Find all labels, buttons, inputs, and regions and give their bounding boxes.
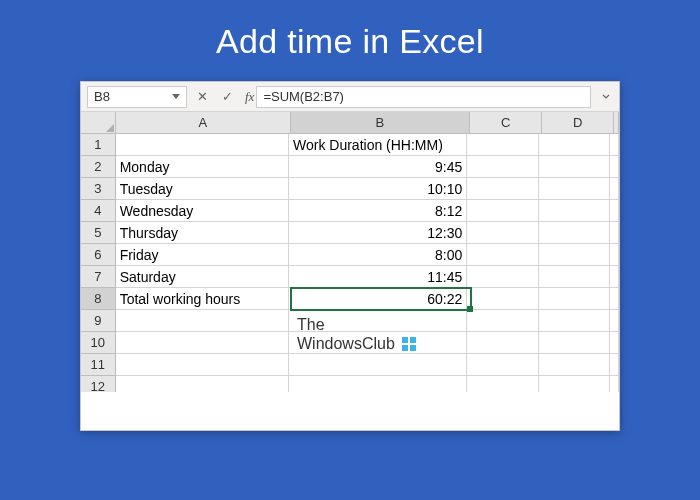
fx-icon[interactable]: fx (243, 89, 256, 105)
cell-A8[interactable]: Total working hours (116, 288, 289, 310)
cell-A2[interactable]: Monday (116, 156, 289, 178)
page-title: Add time in Excel (216, 0, 484, 81)
cancel-icon[interactable]: ✕ (193, 89, 212, 104)
cell-B12[interactable] (289, 376, 467, 392)
row-header-4[interactable]: 4 (81, 200, 116, 222)
cell-E12[interactable] (610, 376, 619, 392)
spreadsheet-grid: A B C D 1 Work Duration (HH:MM) 2 Monday… (81, 112, 619, 430)
table-row: 6 Friday 8:00 (81, 244, 619, 266)
cell-B9[interactable] (289, 310, 467, 332)
cell-E11[interactable] (610, 354, 619, 376)
cell-B6[interactable]: 8:00 (289, 244, 467, 266)
cell-D5[interactable] (539, 222, 610, 244)
cell-E10[interactable] (610, 332, 619, 354)
formula-text: =SUM(B2:B7) (263, 89, 344, 104)
cell-C3[interactable] (467, 178, 538, 200)
cell-C5[interactable] (467, 222, 538, 244)
row-header-8[interactable]: 8 (81, 288, 116, 310)
grid-body: 1 Work Duration (HH:MM) 2 Monday 9:45 3 … (81, 134, 619, 430)
cell-C4[interactable] (467, 200, 538, 222)
cell-C1[interactable] (467, 134, 538, 156)
cell-A9[interactable] (116, 310, 289, 332)
formula-bar-row: B8 ✕ ✓ fx =SUM(B2:B7) (81, 82, 619, 112)
cell-E8[interactable] (610, 288, 619, 310)
chevron-down-icon[interactable] (172, 94, 180, 99)
cell-A12[interactable] (116, 376, 289, 392)
row-header-9[interactable]: 9 (81, 310, 116, 332)
cell-D7[interactable] (539, 266, 610, 288)
cell-B1[interactable]: Work Duration (HH:MM) (289, 134, 467, 156)
expand-formula-bar-icon[interactable] (597, 86, 615, 108)
cell-B7[interactable]: 11:45 (289, 266, 467, 288)
cell-D10[interactable] (539, 332, 610, 354)
cell-C7[interactable] (467, 266, 538, 288)
row-header-1[interactable]: 1 (81, 134, 116, 156)
cell-B2[interactable]: 9:45 (289, 156, 467, 178)
cell-B10[interactable] (289, 332, 467, 354)
cell-C10[interactable] (467, 332, 538, 354)
cell-E6[interactable] (610, 244, 619, 266)
cell-D6[interactable] (539, 244, 610, 266)
cell-A10[interactable] (116, 332, 289, 354)
table-row: 3 Tuesday 10:10 (81, 178, 619, 200)
col-header-partial[interactable] (614, 112, 619, 134)
col-header-D[interactable]: D (542, 112, 614, 134)
row-header-10[interactable]: 10 (81, 332, 116, 354)
row-header-7[interactable]: 7 (81, 266, 116, 288)
cell-E3[interactable] (610, 178, 619, 200)
cell-A4[interactable]: Wednesday (116, 200, 289, 222)
table-row: 1 Work Duration (HH:MM) (81, 134, 619, 156)
cell-A5[interactable]: Thursday (116, 222, 289, 244)
cell-E1[interactable] (610, 134, 619, 156)
enter-icon[interactable]: ✓ (218, 89, 237, 104)
table-row: 11 (81, 354, 619, 376)
cell-B4[interactable]: 8:12 (289, 200, 467, 222)
row-header-11[interactable]: 11 (81, 354, 116, 376)
cell-C8[interactable] (467, 288, 538, 310)
cell-A11[interactable] (116, 354, 289, 376)
table-row: 9 (81, 310, 619, 332)
cell-B3[interactable]: 10:10 (289, 178, 467, 200)
row-header-6[interactable]: 6 (81, 244, 116, 266)
col-header-A[interactable]: A (116, 112, 291, 134)
cell-C12[interactable] (467, 376, 538, 392)
cell-C6[interactable] (467, 244, 538, 266)
cell-E9[interactable] (610, 310, 619, 332)
row-header-2[interactable]: 2 (81, 156, 116, 178)
name-box[interactable]: B8 (87, 86, 187, 108)
formula-bar[interactable]: =SUM(B2:B7) (256, 86, 591, 108)
cell-A3[interactable]: Tuesday (116, 178, 289, 200)
cell-B8[interactable]: 60:22 (289, 288, 467, 310)
cell-A6[interactable]: Friday (116, 244, 289, 266)
cell-A1[interactable] (116, 134, 289, 156)
table-row: 8 Total working hours 60:22 (81, 288, 619, 310)
row-header-3[interactable]: 3 (81, 178, 116, 200)
cell-C2[interactable] (467, 156, 538, 178)
select-all-cell[interactable] (81, 112, 116, 134)
cell-C9[interactable] (467, 310, 538, 332)
cell-E2[interactable] (610, 156, 619, 178)
cell-C11[interactable] (467, 354, 538, 376)
cell-D3[interactable] (539, 178, 610, 200)
cell-E5[interactable] (610, 222, 619, 244)
table-row: 4 Wednesday 8:12 (81, 200, 619, 222)
col-header-C[interactable]: C (470, 112, 542, 134)
table-row: 10 (81, 332, 619, 354)
cell-D1[interactable] (539, 134, 610, 156)
cell-D4[interactable] (539, 200, 610, 222)
cell-B5[interactable]: 12:30 (289, 222, 467, 244)
col-header-B[interactable]: B (291, 112, 471, 134)
table-row: 12 (81, 376, 619, 392)
cell-A7[interactable]: Saturday (116, 266, 289, 288)
cell-B11[interactable] (289, 354, 467, 376)
formula-controls: ✕ ✓ fx (193, 89, 256, 105)
cell-D9[interactable] (539, 310, 610, 332)
cell-E4[interactable] (610, 200, 619, 222)
cell-E7[interactable] (610, 266, 619, 288)
cell-D8[interactable] (539, 288, 610, 310)
row-header-5[interactable]: 5 (81, 222, 116, 244)
cell-D2[interactable] (539, 156, 610, 178)
row-header-12[interactable]: 12 (81, 376, 116, 392)
cell-D11[interactable] (539, 354, 610, 376)
cell-D12[interactable] (539, 376, 610, 392)
